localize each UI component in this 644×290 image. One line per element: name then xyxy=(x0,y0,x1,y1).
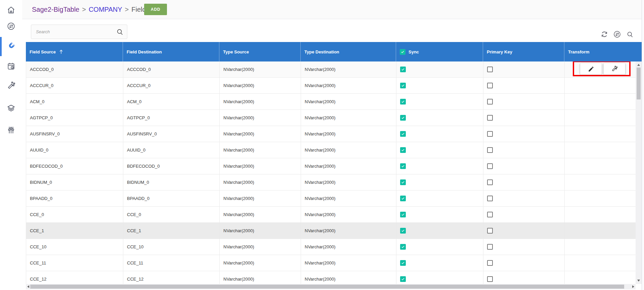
field-destination-cell: ACCCUR_0 xyxy=(123,78,220,94)
primary-key-checkbox[interactable] xyxy=(487,244,493,250)
vertical-scrollbar[interactable] xyxy=(636,61,642,284)
scroll-left-arrow[interactable] xyxy=(27,285,29,288)
vertical-scroll-thumb[interactable] xyxy=(637,68,641,99)
table-row[interactable]: CCE_11CCE_11NVarchar(2000)NVarchar(2000) xyxy=(26,255,642,271)
sync-checkbox[interactable] xyxy=(400,179,406,185)
sync-cell xyxy=(396,207,483,223)
type-source-cell: NVarchar(2000) xyxy=(220,239,301,255)
table-row[interactable]: CCE_0CCE_0NVarchar(2000)NVarchar(2000) xyxy=(26,207,642,223)
sync-checkbox[interactable] xyxy=(400,276,406,282)
primary-key-checkbox[interactable] xyxy=(487,212,493,217)
breadcrumb-parent[interactable]: COMPANY xyxy=(89,6,122,13)
column-header-type-destination[interactable]: Type Destination xyxy=(301,42,396,61)
field-destination-cell: CCE_12 xyxy=(123,271,220,284)
table-row[interactable]: AUSFINSRV_0AUSFINSRV_0NVarchar(2000)NVar… xyxy=(26,126,642,142)
breadcrumb-separator: > xyxy=(82,6,86,13)
column-header-field-source[interactable]: Field Source xyxy=(26,42,123,61)
column-header-field-destination[interactable]: Field Destination xyxy=(123,42,219,61)
sync-checkbox[interactable] xyxy=(400,244,406,250)
primary-key-checkbox[interactable] xyxy=(487,147,493,153)
sync-checkbox[interactable] xyxy=(400,115,406,121)
sync-cell xyxy=(396,239,483,255)
table-row[interactable]: CCE_1CCE_1NVarchar(2000)NVarchar(2000) xyxy=(26,223,642,239)
sync-cell xyxy=(396,126,483,142)
search-box xyxy=(31,25,127,39)
sidebar-item-magnet[interactable] xyxy=(0,38,22,54)
horizontal-scrollbar[interactable] xyxy=(26,284,636,289)
column-header-primary-key[interactable]: Primary Key xyxy=(483,42,564,61)
type-source-cell: NVarchar(2000) xyxy=(220,271,301,284)
breadcrumb: Sage2-BigTable > COMPANY > Fields xyxy=(32,0,149,19)
sync-checkbox[interactable] xyxy=(400,196,406,201)
sync-cell xyxy=(396,94,483,110)
column-header-transform[interactable]: Transform xyxy=(564,42,642,61)
refresh-icon xyxy=(600,30,608,38)
primary-key-checkbox[interactable] xyxy=(487,276,493,282)
table-row[interactable]: ACCCOD_0ACCCOD_0NVarchar(2000)NVarchar(2… xyxy=(26,61,642,78)
edit-button[interactable] xyxy=(580,63,602,75)
transform-cell xyxy=(565,110,642,126)
table-row[interactable]: CCE_10CCE_10NVarchar(2000)NVarchar(2000) xyxy=(26,239,642,255)
refresh-button[interactable] xyxy=(600,30,609,39)
sidebar-item-schedule[interactable] xyxy=(0,58,22,74)
column-header-sync[interactable]: Sync xyxy=(396,42,483,61)
primary-key-checkbox[interactable] xyxy=(487,115,493,121)
type-destination-cell: NVarchar(2000) xyxy=(301,142,396,158)
primary-key-checkbox[interactable] xyxy=(487,99,493,105)
primary-key-cell xyxy=(483,142,565,158)
sidebar-item-import-export[interactable] xyxy=(0,18,22,34)
table-row[interactable]: AUUID_0AUUID_0NVarchar(2000)NVarchar(200… xyxy=(26,142,642,158)
sync-checkbox[interactable] xyxy=(400,163,406,169)
sync-checkbox[interactable] xyxy=(400,212,406,217)
field-source-cell: BDFECOCOD_0 xyxy=(26,158,123,174)
sync-checkbox[interactable] xyxy=(400,67,406,72)
sync-checkbox[interactable] xyxy=(400,147,406,153)
field-destination-cell: AGTPCP_0 xyxy=(123,110,220,126)
table-row[interactable]: BIDNUM_0BIDNUM_0NVarchar(2000)NVarchar(2… xyxy=(26,174,642,191)
sidebar-item-home[interactable] xyxy=(0,2,22,18)
primary-key-checkbox[interactable] xyxy=(487,179,493,185)
sidebar-item-layers[interactable] xyxy=(0,100,22,116)
type-destination-cell: NVarchar(2000) xyxy=(301,207,396,223)
sync-checkbox[interactable] xyxy=(400,228,406,234)
sync-checkbox[interactable] xyxy=(400,99,406,105)
sync-checkbox[interactable] xyxy=(400,131,406,137)
sync-all-checkbox[interactable] xyxy=(400,49,405,55)
table-row[interactable]: AGTPCP_0AGTPCP_0NVarchar(2000)NVarchar(2… xyxy=(26,110,642,126)
table-row[interactable]: ACCCUR_0ACCCUR_0NVarchar(2000)NVarchar(2… xyxy=(26,78,642,94)
primary-key-checkbox[interactable] xyxy=(487,163,493,169)
field-destination-cell: CCE_11 xyxy=(123,255,220,271)
column-header-type-source[interactable]: Type Source xyxy=(219,42,301,61)
calendar-schedule-icon xyxy=(7,62,15,71)
primary-key-checkbox[interactable] xyxy=(487,228,493,234)
transform-button[interactable] xyxy=(604,63,625,75)
add-button[interactable]: ADD xyxy=(144,4,167,15)
field-source-cell: CCE_1 xyxy=(26,223,123,239)
sidebar-item-magic-wand[interactable] xyxy=(0,78,22,94)
primary-key-checkbox[interactable] xyxy=(487,260,493,266)
search-input[interactable] xyxy=(31,25,127,39)
table-search-button[interactable] xyxy=(625,30,635,39)
scroll-right-arrow[interactable] xyxy=(632,285,634,288)
field-destination-cell: CCE_1 xyxy=(123,223,220,239)
primary-key-checkbox[interactable] xyxy=(487,67,493,72)
scroll-up-arrow[interactable] xyxy=(637,64,640,66)
table-row[interactable]: BPAADD_0BPAADD_0NVarchar(2000)NVarchar(2… xyxy=(26,191,642,207)
type-source-cell: NVarchar(2000) xyxy=(220,142,301,158)
table-row[interactable]: CCE_12CCE_12NVarchar(2000)NVarchar(2000) xyxy=(26,271,642,284)
sync-checkbox[interactable] xyxy=(400,83,406,88)
type-source-cell: NVarchar(2000) xyxy=(220,174,301,191)
table-row[interactable]: ACM_0ACM_0NVarchar(2000)NVarchar(2000) xyxy=(26,94,642,110)
primary-key-checkbox[interactable] xyxy=(487,196,493,201)
breadcrumb-root[interactable]: Sage2-BigTable xyxy=(32,6,79,13)
import-export-icon xyxy=(7,22,15,31)
primary-key-checkbox[interactable] xyxy=(487,83,493,88)
magic-wand-icon xyxy=(7,81,15,90)
scroll-down-arrow[interactable] xyxy=(637,280,640,282)
horizontal-scroll-thumb[interactable] xyxy=(30,285,624,289)
sidebar-item-tune[interactable] xyxy=(0,122,22,138)
table-row[interactable]: BDFECOCOD_0BDFECOCOD_0NVarchar(2000)NVar… xyxy=(26,158,642,174)
sync-direction-button[interactable] xyxy=(612,30,622,39)
primary-key-checkbox[interactable] xyxy=(487,131,493,137)
sync-checkbox[interactable] xyxy=(400,260,406,266)
